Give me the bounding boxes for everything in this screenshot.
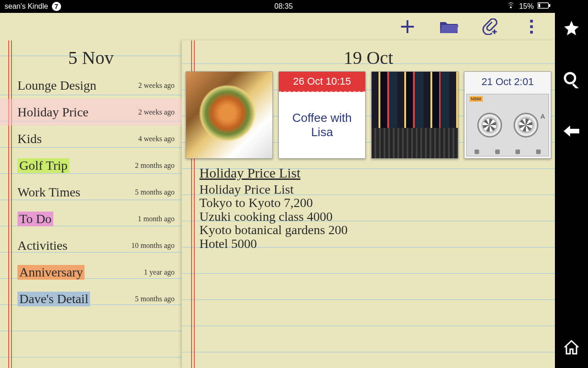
attachment-photo-city[interactable] [371, 71, 458, 159]
battery-icon [537, 2, 550, 11]
note-list-item[interactable]: Lounge Design2 weeks ago [0, 72, 182, 99]
attach-button[interactable] [481, 17, 500, 36]
note-list-title: Work Times [17, 185, 80, 200]
note-line: Holiday Price List [199, 183, 546, 196]
note-list-title: Golf Trip [17, 158, 69, 173]
battery-percent: 15% [519, 2, 534, 11]
system-rail [555, 0, 588, 368]
note-detail-panel: 19 Oct 26 Oct 10:15 Coffee with Lisa 21 … [182, 40, 555, 368]
note-list-time: 2 months ago [135, 161, 175, 170]
note-list-title: To Do [17, 212, 53, 226]
note-list-title: Activities [17, 238, 68, 253]
note-list-title: Holiday Price [17, 105, 89, 120]
note-list-time: 4 weeks ago [138, 135, 175, 143]
note-list-time: 1 month ago [138, 215, 175, 223]
note-list-item[interactable]: To Do1 month ago [0, 206, 182, 232]
audio-datetime: 21 Oct 2:01 [464, 72, 551, 92]
cassette-icon: NS60 A [466, 94, 549, 156]
svg-rect-8 [530, 25, 533, 28]
svg-rect-9 [530, 31, 533, 34]
note-list-time: 5 months ago [135, 188, 175, 196]
svg-rect-2 [538, 4, 540, 7]
menu-button[interactable] [522, 17, 541, 36]
note-line: Uzuki cooking class 4000 [199, 210, 546, 223]
note-list-item[interactable]: Kids4 weeks ago [0, 126, 182, 152]
note-title: Holiday Price List [199, 165, 546, 181]
cassette-label: NS60 [469, 96, 483, 102]
sidebar-date: 5 Nov [0, 40, 182, 72]
attachment-row: 26 Oct 10:15 Coffee with Lisa 21 Oct 2:0… [182, 71, 555, 159]
note-list-item[interactable]: Activities10 months ago [0, 232, 182, 259]
attachment-calendar[interactable]: 26 Oct 10:15 Coffee with Lisa [278, 71, 366, 159]
home-button[interactable] [562, 338, 581, 357]
calendar-datetime: 26 Oct 10:15 [279, 72, 365, 92]
content-area: 5 Nov Lounge Design2 weeks agoHoliday Pr… [0, 40, 555, 368]
attachment-photo-food[interactable] [186, 71, 273, 159]
note-list-item[interactable]: Anniversary1 year ago [0, 259, 182, 286]
svg-point-10 [565, 73, 575, 83]
note-body[interactable]: Holiday Price List Holiday Price ListTok… [182, 162, 555, 250]
note-line: Hotel 5000 [199, 237, 546, 250]
note-list-item[interactable]: Golf Trip2 months ago [0, 152, 182, 179]
wifi-icon [506, 2, 515, 11]
note-list-time: 2 weeks ago [138, 81, 175, 90]
app-main: sean's Kindle 7 08:35 15% [0, 0, 555, 368]
back-button[interactable] [562, 121, 581, 141]
notification-badge[interactable]: 7 [52, 2, 61, 11]
svg-rect-1 [549, 4, 550, 7]
calendar-title: Coffee with Lisa [279, 92, 365, 158]
note-list-title: Lounge Design [17, 78, 96, 93]
folder-button[interactable] [439, 17, 458, 36]
note-list-time: 5 months ago [135, 295, 175, 303]
note-list-title: Anniversary [17, 265, 85, 280]
favorite-button[interactable] [562, 18, 581, 38]
toolbar [0, 13, 555, 40]
svg-rect-6 [492, 31, 497, 33]
add-button[interactable] [398, 17, 417, 36]
status-time: 08:35 [61, 2, 506, 11]
note-list-panel: 5 Nov Lounge Design2 weeks agoHoliday Pr… [0, 40, 182, 368]
note-list-item[interactable]: Holiday Price2 weeks ago [0, 99, 182, 126]
device-name: sean's Kindle [5, 2, 48, 11]
svg-rect-11 [572, 83, 579, 88]
svg-rect-7 [530, 20, 533, 23]
cassette-side: A [541, 113, 545, 120]
svg-rect-4 [401, 26, 414, 28]
attachment-audio[interactable]: 21 Oct 2:01 NS60 A [464, 71, 551, 159]
detail-date: 19 Oct [182, 40, 555, 71]
note-line: Tokyo to Kyoto 7,200 [199, 196, 546, 209]
note-list-time: 2 weeks ago [138, 108, 175, 116]
note-list-time: 1 year ago [144, 268, 175, 276]
note-list-item[interactable]: Work Times5 months ago [0, 179, 182, 206]
search-button[interactable] [562, 70, 581, 89]
note-list-title: Dave's Detail [17, 292, 90, 306]
note-list-title: Kids [17, 132, 42, 146]
note-line: Kyoto botanical gardens 200 [199, 223, 546, 236]
note-list-item[interactable]: Dave's Detail5 months ago [0, 286, 182, 312]
note-list-time: 10 months ago [131, 242, 175, 250]
status-bar: sean's Kindle 7 08:35 15% [0, 0, 555, 13]
